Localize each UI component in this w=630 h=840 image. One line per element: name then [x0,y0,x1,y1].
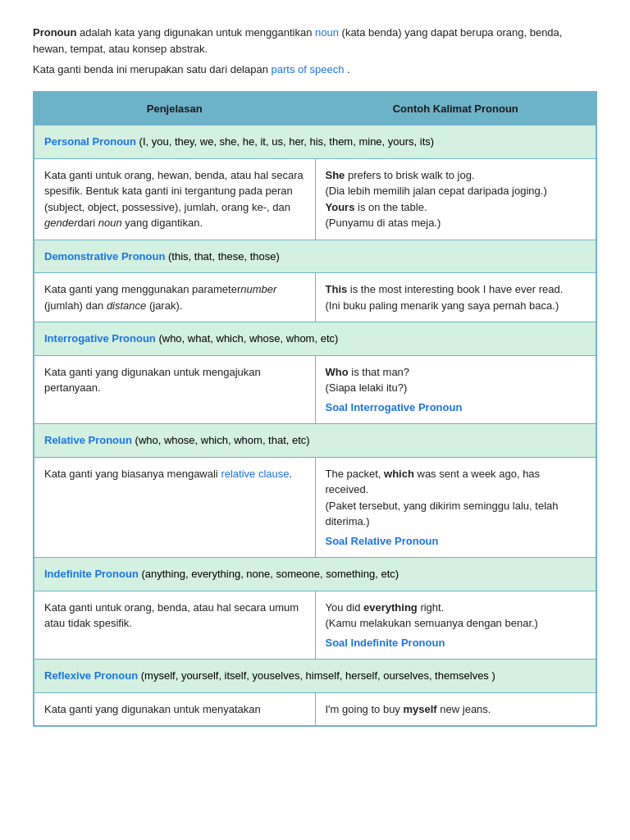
relative-pronoun-link[interactable]: Relative Pronoun [44,434,132,446]
demonstrative-pronoun-section-cell: Demonstrative Pronoun (this, that, these… [34,240,596,273]
interrogative-pronoun-right: Who is that man? (Siapa lelaki itu?) Soa… [315,355,596,424]
personal-pronoun-left: Kata ganti untuk orang, hewan, benda, at… [34,158,315,240]
table-header-row: Penjelasan Contoh Kalimat Pronoun [34,92,596,126]
interrogative-pronoun-section-row: Interrogative Pronoun (who, what, which,… [34,322,596,356]
noun-italic: noun [98,217,122,229]
intro-text3: Kata ganti benda ini merupakan satu dari… [33,63,272,75]
gender-italic: gender [44,217,77,229]
reflexive-pronoun-extra: (myself, yourself, itself, youselves, hi… [141,669,495,682]
demonstrative-pronoun-left: Kata ganti yang menggunakan parameternum… [34,273,315,322]
pronoun-table: Penjelasan Contoh Kalimat Pronoun Person… [33,91,597,728]
parts-of-speech-link[interactable]: parts of speech [272,63,345,75]
which-bold: which [384,468,414,480]
personal-pronoun-link[interactable]: Personal Pronoun [44,135,136,148]
indefinite-pronoun-section-cell: Indefinite Pronoun (anything, everything… [34,558,596,591]
relative-clause-link[interactable]: relative clause [221,468,289,480]
interrogative-pronoun-left: Kata ganti yang digunakan untuk mengajuk… [34,355,315,424]
reflexive-pronoun-right: I'm going to buy myself new jeans. [315,692,596,726]
reflexive-pronoun-link[interactable]: Reflexive Pronoun [44,669,138,682]
relative-pronoun-right: The packet, which was sent a week ago, h… [315,457,596,558]
relative-pronoun-extra: (who, whose, which, whom, that, etc) [135,434,310,446]
number-italic: number [240,283,276,295]
reflexive-pronoun-section-cell: Reflexive Pronoun (myself, yourself, its… [34,660,596,693]
relative-pronoun-left: Kata ganti yang biasanya mengawali relat… [34,457,315,558]
indefinite-pronoun-section-row: Indefinite Pronoun (anything, everything… [34,558,596,591]
soal-indefinite-link[interactable]: Soal Indefinite Pronoun [326,635,587,651]
indefinite-pronoun-left: Kata ganti untuk orang, benda, atau hal … [34,591,315,660]
relative-pronoun-section-cell: Relative Pronoun (who, whose, which, who… [34,424,596,458]
soal-relative-link[interactable]: Soal Relative Pronoun [326,533,587,550]
relative-pronoun-section-row: Relative Pronoun (who, whose, which, who… [34,424,596,458]
reflexive-pronoun-content-row: Kata ganti yang digunakan untuk menyatak… [34,692,596,726]
personal-pronoun-section-cell: Personal Pronoun (I, you, they, we, she,… [34,126,596,159]
reflexive-pronoun-section-row: Reflexive Pronoun (myself, yourself, its… [34,660,596,693]
this-bold: This [326,283,348,295]
she-bold: She [326,169,345,181]
personal-pronoun-section-row: Personal Pronoun (I, you, they, we, she,… [34,126,596,159]
demonstrative-pronoun-extra: (this, that, these, those) [168,250,280,262]
who-bold: Who [326,366,349,378]
interrogative-pronoun-content-row: Kata ganti yang digunakan untuk mengajuk… [34,355,596,424]
interrogative-pronoun-link[interactable]: Interrogative Pronoun [44,332,156,345]
personal-pronoun-right: She prefers to brisk walk to jog. (Dia l… [315,158,596,240]
intro-line2: Kata ganti benda ini merupakan satu dari… [33,62,597,78]
col-header-penjelasan: Penjelasan [34,92,315,126]
myself-bold: myself [403,703,436,715]
pronoun-word: Pronoun [33,26,76,39]
demonstrative-pronoun-content-row: Kata ganti yang menggunakan parameternum… [34,273,596,322]
soal-interrogative-link[interactable]: Soal Interrogative Pronoun [326,399,587,416]
demonstrative-pronoun-section-row: Demonstrative Pronoun (this, that, these… [34,240,596,273]
indefinite-pronoun-extra: (anything, everything, none, someone, so… [141,568,399,580]
interrogative-pronoun-extra: (who, what, which, whose, whom, etc) [158,332,338,345]
noun-link[interactable]: noun [315,26,339,39]
everything-bold: everything [363,601,418,614]
intro-line1: Pronoun adalah kata yang digunakan untuk… [33,25,597,57]
intro-text1: adalah kata yang digunakan untuk menggan… [80,26,315,39]
indefinite-pronoun-content-row: Kata ganti untuk orang, benda, atau hal … [34,591,596,660]
demonstrative-pronoun-right: This is the most interesting book I have… [315,273,596,322]
indefinite-pronoun-link[interactable]: Indefinite Pronoun [44,568,139,580]
demonstrative-pronoun-link[interactable]: Demonstrative Pronoun [44,250,165,262]
col-header-contoh: Contoh Kalimat Pronoun [315,92,596,126]
distance-italic: distance [107,299,146,312]
yours-bold: Yours [326,201,355,213]
interrogative-pronoun-section-cell: Interrogative Pronoun (who, what, which,… [34,322,596,356]
intro-period: . [347,63,350,75]
personal-pronoun-content-row: Kata ganti untuk orang, hewan, benda, at… [34,158,596,240]
personal-pronoun-extra: (I, you, they, we, she, he, it, us, her,… [139,135,435,148]
indefinite-pronoun-right: You did everything right. (Kamu melakuka… [315,591,596,660]
reflexive-pronoun-left: Kata ganti yang digunakan untuk menyatak… [34,692,315,726]
relative-pronoun-content-row: Kata ganti yang biasanya mengawali relat… [34,457,596,558]
